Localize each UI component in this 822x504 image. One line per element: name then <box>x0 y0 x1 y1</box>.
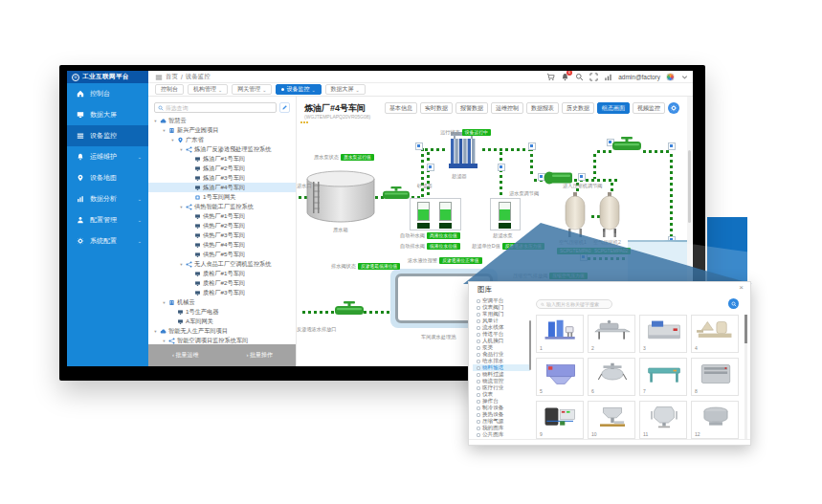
tree-node[interactable]: 供热厂#4号车间 <box>148 240 297 250</box>
gallery-item-4[interactable]: 4 <box>691 315 739 353</box>
canvas-button-1[interactable]: 基本信息 <box>385 102 417 114</box>
tree-node[interactable]: 1号生产电器 <box>148 307 297 317</box>
tree-search-box[interactable] <box>154 102 277 113</box>
workspace-tab-bar: 控制台机构管理⌄网关管理⌄设备监控⌄数据大屏⌄ <box>148 83 693 97</box>
breadcrumb-home[interactable]: 首页 <box>166 73 178 81</box>
sidebar-nav: 控制台数据大屏设备监控运维维护⌄设备地图数据分析⌄配置管理⌄系统配置⌄ <box>67 83 148 366</box>
gallery-category[interactable]: 医疗行业 <box>473 384 530 391</box>
gallery-category[interactable]: 常用阀门 <box>473 311 530 318</box>
gallery-item-6[interactable]: 6 <box>588 358 635 396</box>
pipe <box>643 150 670 153</box>
user-account[interactable]: admin@factory <box>618 74 660 80</box>
canvas-button-3[interactable]: 报警数据 <box>455 102 488 114</box>
category-scrollbar[interactable] <box>529 320 531 370</box>
gallery-item-10[interactable]: 10 <box>588 401 635 439</box>
canvas-button-6[interactable]: 历史数据 <box>562 102 594 114</box>
tree-node[interactable]: ▾新兴产业园项目 <box>148 125 297 135</box>
fullscreen-icon[interactable] <box>589 73 598 81</box>
gallery-search-input[interactable] <box>546 301 608 307</box>
app-market-icon[interactable] <box>546 73 555 81</box>
gallery-item-2[interactable]: 2 <box>588 315 635 353</box>
canvas-button-5[interactable]: 数据报表 <box>526 102 559 114</box>
tree-search-input[interactable] <box>166 105 261 111</box>
tab-3[interactable]: 网关管理⌄ <box>232 84 272 95</box>
tree-node[interactable]: 质检厂#1号车间 <box>148 269 297 278</box>
canvas-settings-button[interactable] <box>668 102 679 114</box>
gallery-category[interactable]: 公共图库 <box>473 431 530 438</box>
batch-right-button[interactable]: › 批量操作 <box>223 344 298 366</box>
dev-icon <box>194 223 201 230</box>
sidebar-item-3[interactable]: 设备监控 <box>67 125 148 146</box>
gallery-item-5[interactable]: 5 <box>536 358 584 396</box>
signal-icon[interactable] <box>604 73 612 81</box>
canvas-button-2[interactable]: 实时数据 <box>420 102 453 114</box>
chevron-down-icon[interactable] <box>680 73 689 81</box>
search-icon[interactable] <box>575 73 584 81</box>
tree-node[interactable]: ▾智能空调项目监控系统车间 <box>148 336 297 344</box>
gallery-item-1[interactable]: 1 <box>536 315 584 353</box>
menu-icon[interactable] <box>155 74 163 81</box>
tree-node[interactable]: 炼油厂#2号车间 <box>148 164 297 173</box>
tree-edit-button[interactable] <box>279 102 290 113</box>
gallery-category[interactable]: 仪表 <box>473 391 530 398</box>
tab-4[interactable]: 设备监控⌄ <box>276 84 321 95</box>
dev-icon <box>194 252 201 258</box>
gallery-item-7[interactable]: 7 <box>639 358 687 396</box>
tree-node[interactable]: 炼油厂#1号车间 <box>148 154 297 164</box>
gallery-scrollbar[interactable] <box>744 315 747 439</box>
tree-node[interactable]: 供热厂#2号车间 <box>148 221 297 230</box>
canvas-button-4[interactable]: 运维控制 <box>491 102 523 114</box>
tree-node[interactable]: 炼油厂#3号车间 <box>148 173 297 183</box>
gallery-search-button[interactable] <box>728 298 739 309</box>
gallery-category[interactable]: 人机接口 <box>473 338 530 344</box>
tree-node[interactable]: 供热厂#5号车间 <box>148 250 297 259</box>
tree-node[interactable]: 1号车间网关 <box>148 192 297 202</box>
gallery-header: 图库 × <box>469 282 750 296</box>
tree-node[interactable]: 供热厂#1号车间 <box>148 211 297 221</box>
tree-node[interactable]: 质检厂#2号车间 <box>148 278 297 288</box>
diagram-annotation: 车间废水处理池 <box>421 334 455 340</box>
tab-5[interactable]: 数据大屏⌄ <box>325 84 366 95</box>
bell-icon <box>77 153 84 161</box>
sidebar-item-1[interactable]: 控制台 <box>67 83 148 104</box>
dev-icon <box>194 232 201 239</box>
tree-node[interactable]: ▾炼油厂反渗透预处理监控系统 <box>148 144 297 154</box>
person-icon <box>77 216 84 224</box>
batch-left-button[interactable]: ‹ 批量运维 <box>148 344 223 366</box>
gallery-item-8[interactable]: 8 <box>691 358 739 396</box>
canvas-button-7[interactable]: 组态画面 <box>597 102 630 114</box>
tree-node[interactable]: ▾机械云 <box>148 297 297 307</box>
sidebar-item-5[interactable]: 设备地图 <box>67 167 148 188</box>
avatar[interactable] <box>666 73 675 81</box>
tree-node[interactable]: 质检厂#3号车间 <box>148 288 297 297</box>
gallery-search-box[interactable] <box>536 299 612 309</box>
tree-node[interactable]: A车间网关 <box>148 317 297 326</box>
gallery-item-9[interactable]: 9 <box>536 401 584 439</box>
tree-node[interactable]: ▾无人食品工厂空调机监控系统 <box>148 259 297 269</box>
tab-2[interactable]: 机构管理⌄ <box>188 84 228 95</box>
sidebar-item-4[interactable]: 运维维护⌄ <box>67 146 148 167</box>
tree-node[interactable]: ▾供热智能工厂监控系统 <box>148 202 297 211</box>
notification-bell-icon[interactable]: 6 <box>561 73 569 81</box>
tree-node[interactable]: 炼油厂#4号车间 <box>148 183 297 192</box>
folder-icon <box>477 319 480 323</box>
sidebar-item-7[interactable]: 配置管理⌄ <box>67 209 148 230</box>
diagram-annotation: 空气压缩机1 <box>559 239 587 246</box>
sidebar-item-2[interactable]: 数据大屏 <box>67 104 148 125</box>
sensor-marker <box>580 253 588 261</box>
pipe <box>530 148 533 175</box>
tree-node[interactable]: ▾智能无人生产车间项目 <box>148 326 297 336</box>
tree-node[interactable]: ▾智慧云 <box>148 116 297 125</box>
canvas-button-8[interactable]: 视频监控 <box>633 102 665 114</box>
filter-tank <box>499 202 511 221</box>
sidebar-item-8[interactable]: 系统配置⌄ <box>67 230 148 252</box>
gallery-item-11[interactable]: 11 <box>639 401 687 439</box>
tree-node[interactable]: ▾广东省 <box>148 135 297 144</box>
gallery-item-12[interactable]: 12 <box>691 401 739 439</box>
top-bar: u 工业互联网平台 首页 / 设备监控 6 <box>67 71 693 83</box>
tree-node[interactable]: 供热厂#3号车间 <box>148 230 297 240</box>
sidebar-item-6[interactable]: 数据分析⌄ <box>67 188 148 209</box>
close-icon[interactable]: × <box>739 284 744 292</box>
gallery-item-3[interactable]: 3 <box>639 315 687 353</box>
tab-1[interactable]: 控制台 <box>155 84 184 95</box>
